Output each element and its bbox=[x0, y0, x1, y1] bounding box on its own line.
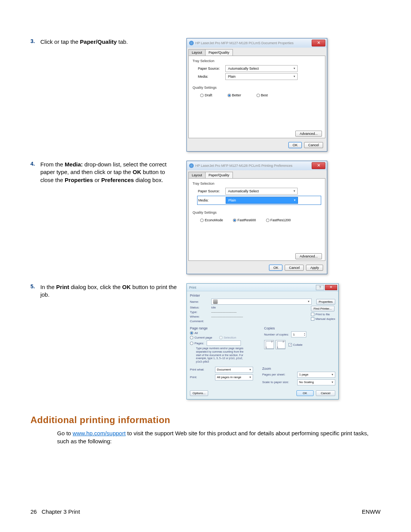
cancel-button[interactable]: Cancel bbox=[304, 142, 323, 148]
printer-name-dropdown[interactable] bbox=[211, 299, 312, 305]
printer-section-label: Printer bbox=[190, 294, 335, 297]
type-label: Type: bbox=[190, 310, 209, 314]
properties-button[interactable]: Properties bbox=[316, 299, 335, 305]
step3-number: 3. bbox=[30, 38, 39, 44]
scale-dropdown[interactable]: No Scaling bbox=[297, 379, 335, 385]
ok-button[interactable]: OK bbox=[269, 265, 282, 271]
quality-best-radio[interactable]: Best bbox=[256, 93, 268, 97]
step5-text: In the Print dialog box, click the OK bu… bbox=[40, 283, 177, 299]
footer-right: ENWW bbox=[362, 508, 381, 515]
num-copies-input[interactable]: 1 bbox=[291, 331, 306, 337]
ok-button[interactable]: OK bbox=[288, 142, 302, 148]
find-printer-button[interactable]: Find Printer... bbox=[311, 306, 335, 312]
collate-preview: 12 12 bbox=[264, 340, 285, 349]
quality-better-radio[interactable]: Better bbox=[228, 93, 241, 97]
print-dialog-title: Print bbox=[189, 286, 196, 289]
quality-fr600-radio[interactable]: FastRes600 bbox=[233, 218, 256, 222]
print-what-dropdown[interactable]: Document bbox=[215, 367, 253, 373]
pages-hint: Type page numbers and/or page ranges sep… bbox=[196, 347, 249, 364]
pages-radio[interactable]: Pages: bbox=[190, 340, 261, 346]
tab-layout[interactable]: Layout bbox=[188, 49, 206, 56]
advanced-button[interactable]: Advanced... bbox=[295, 253, 322, 259]
quality-draft-radio[interactable]: Draft bbox=[200, 93, 212, 97]
all-radio[interactable]: All bbox=[190, 331, 261, 335]
preferences-dialog: HP LaserJet Pro MFP M127-M128 PCLmS Prin… bbox=[186, 161, 327, 274]
step4-text: From the Media: drop-down list, select t… bbox=[40, 161, 177, 184]
pps-label: Pages per sheet: bbox=[262, 373, 295, 376]
media-label: Media: bbox=[198, 198, 223, 202]
paper-source-dropdown[interactable]: Automatically Select bbox=[225, 188, 298, 195]
help-icon[interactable]: ? bbox=[316, 285, 324, 290]
copies-label: Copies bbox=[264, 326, 335, 330]
quality-settings-label: Quality Settings bbox=[193, 86, 321, 89]
tray-selection-label: Tray Selection bbox=[193, 182, 321, 185]
properties-dialog: HP LaserJet Pro MFP M127-M128 PCLmS Docu… bbox=[186, 38, 327, 152]
collate-checkbox[interactable]: ✓Collate bbox=[288, 343, 303, 347]
status-value: Idle bbox=[211, 306, 216, 309]
paper-source-label: Paper Source: bbox=[198, 67, 222, 70]
apply-button[interactable]: Apply bbox=[306, 265, 323, 271]
dialog-title: HP LaserJet Pro MFP M127-M128 PCLmS Docu… bbox=[189, 41, 293, 45]
comment-label: Comment: bbox=[190, 320, 209, 323]
zoom-label: Zoom bbox=[262, 367, 335, 371]
pages-input[interactable] bbox=[207, 340, 241, 346]
where-label: Where: bbox=[190, 315, 209, 318]
media-label: Media: bbox=[198, 75, 222, 78]
scale-label: Scale to paper size: bbox=[262, 380, 295, 384]
hp-icon bbox=[189, 163, 194, 168]
quality-econo-radio[interactable]: EconoMode bbox=[200, 218, 223, 222]
step3-text: Click or tap the Paper/Quality tab. bbox=[40, 38, 177, 46]
step5-number: 5. bbox=[30, 283, 39, 289]
tab-paper-quality[interactable]: Paper/Quality bbox=[205, 49, 233, 56]
paper-source-label: Paper Source: bbox=[198, 189, 222, 193]
options-button[interactable]: Options... bbox=[190, 390, 208, 396]
print-to-file-checkbox[interactable]: Print to file bbox=[311, 313, 330, 316]
cancel-button[interactable]: Cancel bbox=[316, 390, 335, 396]
media-dropdown[interactable]: Plain bbox=[225, 73, 298, 80]
status-label: Status: bbox=[190, 306, 209, 309]
footer-left: 26 Chapter 3 Print bbox=[30, 508, 80, 515]
support-paragraph: Go to www.hp.com/support to visit the su… bbox=[57, 429, 381, 445]
manual-duplex-checkbox[interactable]: Manual duplex bbox=[311, 317, 335, 321]
advanced-button[interactable]: Advanced... bbox=[295, 131, 322, 137]
support-link[interactable]: www.hp.com/support bbox=[73, 430, 126, 436]
quality-fr1200-radio[interactable]: FastRes1200 bbox=[266, 218, 291, 222]
selection-radio: Selection bbox=[219, 336, 236, 339]
tab-paper-quality[interactable]: Paper/Quality bbox=[205, 172, 233, 178]
paper-source-dropdown[interactable]: Automatically Select bbox=[225, 65, 298, 72]
tray-selection-label: Tray Selection bbox=[193, 59, 321, 63]
close-icon[interactable]: ✕ bbox=[325, 285, 337, 290]
print-dialog: Print ? ✕ Printer Name: bbox=[186, 283, 339, 399]
quality-settings-label: Quality Settings bbox=[193, 211, 321, 214]
num-copies-label: Number of copies: bbox=[264, 333, 289, 336]
print-scope-label: Print: bbox=[190, 375, 213, 379]
pages-per-sheet-dropdown[interactable]: 1 page bbox=[297, 372, 335, 378]
print-what-label: Print what: bbox=[190, 368, 213, 371]
current-page-radio[interactable]: Current page bbox=[190, 336, 212, 339]
name-label: Name: bbox=[190, 300, 209, 304]
page-range-label: Page range bbox=[190, 326, 261, 330]
close-icon[interactable]: ✕ bbox=[312, 162, 325, 169]
ok-button[interactable]: OK bbox=[296, 390, 314, 396]
hp-icon bbox=[189, 41, 194, 45]
print-scope-dropdown[interactable]: All pages in range bbox=[215, 374, 253, 380]
cancel-button[interactable]: Cancel bbox=[285, 265, 304, 271]
media-dropdown[interactable]: Plain bbox=[226, 197, 298, 204]
section-heading: Additional printing information bbox=[30, 415, 381, 425]
step4-number: 4. bbox=[30, 161, 39, 167]
dialog-title: HP LaserJet Pro MFP M127-M128 PCLmS Prin… bbox=[189, 163, 292, 168]
tab-layout[interactable]: Layout bbox=[188, 172, 206, 178]
close-icon[interactable]: ✕ bbox=[312, 40, 325, 46]
printer-icon bbox=[213, 299, 218, 304]
